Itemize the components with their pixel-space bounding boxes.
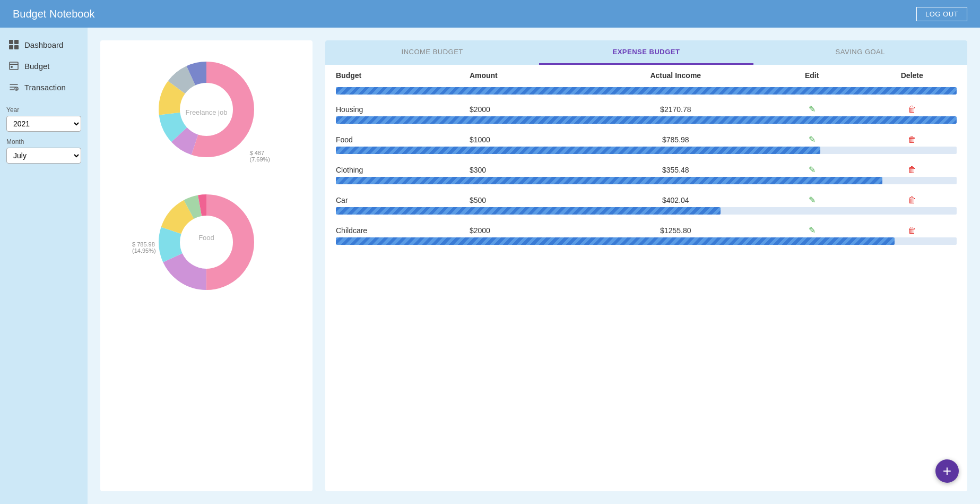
table-row: Car $500 $402.04 ✎ 🗑	[325, 190, 967, 206]
sidebar-transaction-label: Transaction	[24, 83, 66, 92]
svg-rect-0	[9, 40, 13, 44]
cell-amount-2: $300	[459, 159, 584, 176]
col-actual: Actual Income	[584, 65, 767, 86]
cell-budget-4: Childcare	[325, 220, 459, 236]
edit-button-0[interactable]: ✎	[809, 104, 816, 114]
cell-amount-3: $500	[459, 190, 584, 206]
progress-cell-3	[325, 206, 967, 220]
col-edit: Edit	[767, 65, 857, 86]
col-amount: Amount	[459, 65, 584, 86]
cell-budget-1: Food	[325, 129, 459, 146]
progress-bg-0	[336, 116, 957, 124]
delete-button-2[interactable]: 🗑	[908, 165, 916, 175]
col-delete: Delete	[857, 65, 967, 86]
delete-button-1[interactable]: 🗑	[908, 135, 916, 144]
progress-row	[325, 115, 967, 129]
svg-rect-1	[14, 40, 19, 44]
col-budget: Budget	[325, 65, 459, 86]
progress-cell-1	[325, 146, 967, 159]
donut2-center-label: Food	[198, 233, 214, 241]
progress-bg-1	[336, 147, 957, 154]
logout-button[interactable]: LOG OUT	[916, 7, 967, 21]
donut-chart-1: Freelance job $ 487(7.69%)	[148, 51, 265, 173]
delete-button-0[interactable]: 🗑	[908, 105, 916, 114]
budget-icon	[8, 61, 19, 71]
edit-button-2[interactable]: ✎	[809, 165, 816, 175]
svg-rect-3	[14, 45, 19, 49]
edit-button-1[interactable]: ✎	[809, 134, 816, 144]
sidebar-budget-label: Budget	[24, 62, 50, 71]
sidebar: Dashboard Budget Transaction	[0, 28, 88, 504]
app-title: Budget Notebook	[13, 8, 95, 20]
year-select[interactable]: 2021 2020 2022	[6, 116, 81, 132]
progress-cell-4	[325, 236, 967, 250]
cell-delete-4: 🗑	[857, 220, 967, 236]
progress-fill-3	[336, 207, 721, 215]
progress-fill-4	[336, 237, 895, 245]
main-content: Freelance job $ 487(7.69%) Food $ 785.98…	[88, 28, 980, 504]
cell-delete-3: 🗑	[857, 190, 967, 206]
table-row: Food $1000 $785.98 ✎ 🗑	[325, 129, 967, 146]
svg-rect-4	[10, 62, 18, 70]
table-wrapper: Budget Amount Actual Income Edit Delete	[325, 65, 967, 491]
budget-panel: INCOME BUDGET EXPENSE BUDGET SAVING GOAL…	[325, 40, 967, 491]
cell-delete-1: 🗑	[857, 129, 967, 146]
donut-chart-2: Food $ 785.98(14.95%)	[148, 184, 265, 311]
donut1-tooltip: $ 487(7.69%)	[249, 150, 270, 163]
cell-edit-4: ✎	[767, 220, 857, 236]
table-row: Childcare $2000 $1255.80 ✎ 🗑	[325, 220, 967, 236]
table-row: Clothing $300 $355.48 ✎ 🗑	[325, 159, 967, 176]
cell-edit-1: ✎	[767, 129, 857, 146]
progress-bg-4	[336, 237, 957, 245]
dashboard-icon	[8, 39, 19, 50]
year-label: Year	[6, 106, 81, 114]
month-label: Month	[6, 138, 81, 146]
svg-point-6	[11, 66, 13, 68]
app-header: Budget Notebook LOG OUT	[0, 0, 980, 28]
progress-row	[325, 146, 967, 159]
progress-bg-2	[336, 177, 957, 184]
progress-cell-2	[325, 176, 967, 190]
edit-button-3[interactable]: ✎	[809, 195, 816, 205]
tabs: INCOME BUDGET EXPENSE BUDGET SAVING GOAL	[325, 40, 967, 65]
progress-fill-2	[336, 177, 882, 184]
cell-amount-1: $1000	[459, 129, 584, 146]
sidebar-item-budget[interactable]: Budget	[0, 55, 88, 76]
cell-edit-0: ✎	[767, 99, 857, 115]
tab-expense-budget[interactable]: EXPENSE BUDGET	[539, 40, 753, 65]
table-row: Housing $2000 $2170.78 ✎ 🗑	[325, 99, 967, 115]
sidebar-item-dashboard[interactable]: Dashboard	[0, 34, 88, 55]
sidebar-item-transaction[interactable]: Transaction	[0, 76, 88, 98]
edit-button-4[interactable]: ✎	[809, 225, 816, 235]
donut-svg-2	[148, 184, 265, 301]
cell-amount-0: $2000	[459, 99, 584, 115]
progress-fill-1	[336, 147, 820, 154]
budget-table: Budget Amount Actual Income Edit Delete	[325, 65, 967, 250]
svg-rect-2	[9, 45, 13, 49]
cell-actual-0: $2170.78	[584, 99, 767, 115]
month-select[interactable]: JanuaryFebruaryMarch AprilMayJune JulyAu…	[6, 148, 81, 164]
cell-budget-2: Clothing	[325, 159, 459, 176]
cell-delete-0: 🗑	[857, 99, 967, 115]
progress-fill-0	[336, 116, 957, 124]
cell-actual-3: $402.04	[584, 190, 767, 206]
progress-row	[325, 176, 967, 190]
tab-income-budget[interactable]: INCOME BUDGET	[325, 40, 539, 65]
cell-actual-1: $785.98	[584, 129, 767, 146]
cell-actual-4: $1255.80	[584, 220, 767, 236]
donut2-tooltip: $ 785.98(14.95%)	[132, 241, 156, 254]
progress-cell-0	[325, 115, 967, 129]
header-progress-fill	[336, 87, 957, 95]
delete-button-3[interactable]: 🗑	[908, 195, 916, 205]
chart-panel: Freelance job $ 487(7.69%) Food $ 785.98…	[100, 40, 313, 491]
add-button[interactable]: +	[935, 459, 959, 483]
tab-saving-goal[interactable]: SAVING GOAL	[753, 40, 967, 65]
cell-edit-3: ✎	[767, 190, 857, 206]
transaction-icon	[8, 82, 19, 92]
cell-amount-4: $2000	[459, 220, 584, 236]
header-progress-bg	[336, 87, 957, 95]
progress-row	[325, 206, 967, 220]
svg-rect-5	[10, 64, 18, 65]
delete-button-4[interactable]: 🗑	[908, 226, 916, 235]
cell-budget-0: Housing	[325, 99, 459, 115]
